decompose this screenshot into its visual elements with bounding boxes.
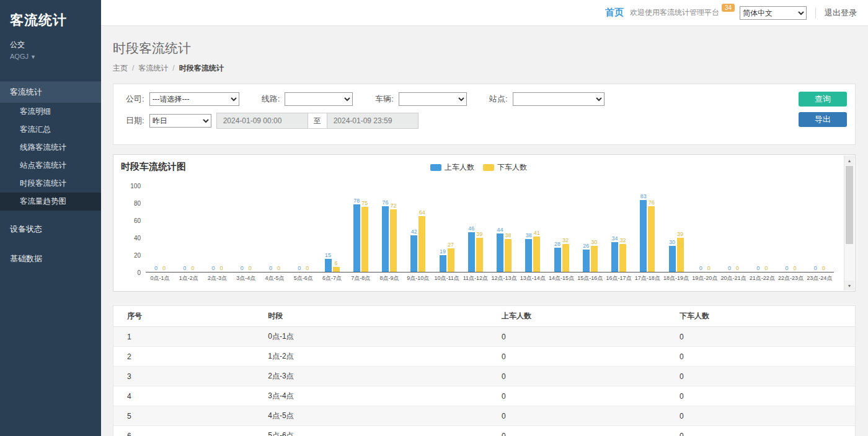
bar-wrap: 28 [554,241,561,272]
sidebar-item[interactable]: 站点客流统计 [0,157,101,175]
bar-wrap: 0 [763,265,769,272]
bar[interactable] [533,237,540,272]
sidebar-item[interactable]: 客流统计 [0,81,101,103]
date-end-input[interactable] [327,113,418,129]
date-start-input[interactable] [216,113,308,129]
bar-wrap: 0 [247,265,254,272]
scrollbar-down-icon[interactable]: ▼ [844,281,854,290]
sidebar-item[interactable]: 设备状态 [0,218,101,240]
x-axis-label: 15点-16点 [576,274,604,282]
org-selector[interactable]: AQGJ▼ [10,53,91,60]
legend-label: 上车人数 [445,162,474,173]
bar[interactable] [476,238,483,272]
bar[interactable] [325,259,332,272]
home-link[interactable]: 首页 [605,7,624,19]
bar[interactable] [448,248,454,272]
station-select[interactable] [513,92,604,106]
x-axis-label: 0点-1点 [146,274,174,282]
x-axis-label: 1点-2点 [174,274,203,282]
bar[interactable] [677,238,684,272]
app-root: 客流统计 公交 AQGJ▼ 客流统计客流明细客流汇总线路客流统计站点客流统计时段… [0,0,868,436]
bar-value-label: 6 [335,260,338,266]
bar[interactable] [410,235,417,272]
bar-value-label: 64 [419,209,425,216]
export-button[interactable]: 导出 [799,112,847,127]
x-axis-label: 8点-9点 [375,274,404,282]
bar-wrap: 0 [267,265,274,272]
table-cell: 6 [113,426,254,436]
bar[interactable] [440,255,446,272]
bar[interactable] [382,206,389,272]
bar-value-label: 0 [306,265,309,271]
bar[interactable] [648,206,655,272]
bar[interactable] [418,216,425,272]
scrollbar-up-icon[interactable]: ▲ [844,155,854,165]
bar-value-label: 83 [640,193,647,199]
bar-value-label: 0 [154,265,157,271]
page-content: 时段客流统计 主页/客流统计/时段客流统计 公司: ---请选择--- 线路: [101,26,868,436]
table-cell: 0 [488,327,666,347]
sidebar-item[interactable]: 客流汇总 [0,121,101,139]
bar[interactable] [353,204,360,272]
scrollbar-thumb[interactable] [846,166,853,244]
bar-value-label: 0 [814,265,817,271]
table-row: 54点-5点00 [113,406,855,426]
sidebar-item[interactable]: 客流量趋势图 [0,193,101,211]
bar-group: 00 [174,265,203,272]
table-header-cell: 上车人数 [488,306,666,327]
bar-group: 7875 [347,198,375,272]
bar-wrap: 64 [418,209,425,272]
logout-link[interactable]: 退出登录 [815,7,857,19]
bar[interactable] [554,248,561,272]
y-axis-tick: 40 [134,235,141,242]
sidebar-item[interactable]: 客流明细 [0,103,101,121]
x-axis-label: 4点-5点 [260,274,289,282]
sidebar-item[interactable]: 基础数据 [0,248,101,270]
bar[interactable] [611,242,618,272]
breadcrumb-item[interactable]: 主页 [113,64,128,72]
language-select[interactable]: 简体中文 [740,6,807,20]
x-axis-label: 5点-6点 [289,274,317,282]
bar[interactable] [583,250,590,272]
bar[interactable] [505,239,512,272]
bar[interactable] [390,209,397,272]
table-cell: 2点-3点 [254,367,488,386]
breadcrumb-item[interactable]: 客流统计 [138,64,168,72]
bar-value-label: 15 [325,252,331,258]
table-cell: 0 [666,386,855,406]
bar-wrap: 0 [210,265,217,272]
notification-badge[interactable]: 34 [722,4,735,12]
bar-wrap: 39 [476,231,483,272]
date-preset-select[interactable]: 昨日 [149,114,211,128]
bar[interactable] [497,233,503,272]
table-cell: 4点-5点 [254,406,488,426]
bar[interactable] [468,232,475,272]
line-select[interactable] [285,92,353,106]
bar[interactable] [361,207,368,272]
bar-value-label: 0 [764,265,768,271]
vehicle-select[interactable] [399,92,467,106]
sidebar-item[interactable]: 线路客流统计 [0,139,101,157]
bar-value-label: 0 [786,265,789,271]
table-cell: 0 [488,367,666,386]
table-row: 43点-4点00 [113,386,855,406]
legend-item[interactable]: 下车人数 [483,162,527,173]
query-button[interactable]: 查询 [799,92,847,107]
x-axis-label: 18点-19点 [662,274,691,282]
bar-value-label: 26 [583,243,589,249]
bar[interactable] [525,239,532,272]
bar-value-label: 0 [822,265,825,271]
bar[interactable] [591,246,598,272]
bar[interactable] [669,246,676,272]
chart-scrollbar[interactable]: ▲ ▼ [844,155,854,290]
bar[interactable] [619,244,626,272]
sidebar-item[interactable]: 时段客流统计 [0,175,101,193]
bar-group: 4264 [404,209,432,272]
bar[interactable] [333,267,340,272]
legend-item[interactable]: 上车人数 [430,162,474,173]
bar-group: 2630 [576,239,604,272]
bar[interactable] [562,244,569,272]
company-select[interactable]: ---请选择--- [149,92,239,106]
bar[interactable] [640,200,647,272]
bar-value-label: 0 [298,265,301,271]
